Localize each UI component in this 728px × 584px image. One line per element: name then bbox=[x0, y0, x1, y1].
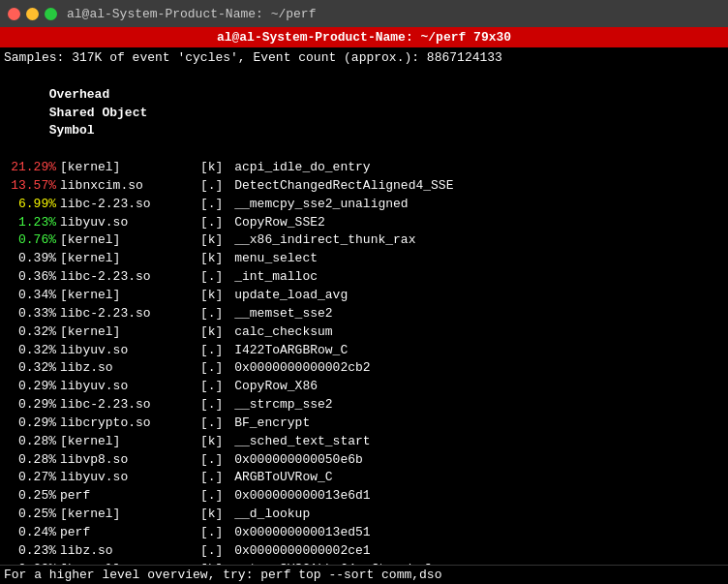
symbol-type: [.] bbox=[200, 469, 223, 487]
rows-container: 21.29%[kernel][k] acpi_idle_do_entry13.5… bbox=[4, 159, 724, 565]
shared-object-value: libc-2.23.so bbox=[60, 396, 200, 415]
shared-object-value: libz.so bbox=[60, 359, 200, 378]
overhead-value: 0.34% bbox=[4, 287, 60, 305]
overhead-value: 0.25% bbox=[4, 506, 60, 524]
window-title: al@al-System-Product-Name: ~/perf bbox=[67, 7, 316, 21]
shared-object-value: libc-2.23.so bbox=[60, 196, 200, 214]
symbol-name: 0x0000000000002cb2 bbox=[227, 359, 370, 378]
shared-object-value: [kernel] bbox=[60, 323, 200, 342]
table-row: 0.36%libc-2.23.so[.] _int_malloc bbox=[4, 268, 724, 287]
table-row: 21.29%[kernel][k] acpi_idle_do_entry bbox=[4, 159, 724, 177]
symbol-type: [.] bbox=[200, 359, 223, 378]
overhead-value: 0.39% bbox=[4, 250, 60, 268]
minimize-button[interactable] bbox=[26, 8, 39, 20]
shared-object-value: [kernel] bbox=[60, 287, 200, 305]
shared-object-value: [kernel] bbox=[60, 250, 200, 268]
symbol-name: CopyRow_X86 bbox=[227, 378, 318, 396]
symbol-type: [k] bbox=[200, 287, 223, 305]
shared-object-value: perf bbox=[60, 487, 200, 506]
table-row: 6.99%libc-2.23.so[.] __memcpy_sse2_unali… bbox=[4, 196, 724, 214]
symbol-type: [.] bbox=[200, 177, 223, 196]
overhead-value: 21.29% bbox=[4, 159, 60, 177]
symbol-type: [.] bbox=[200, 378, 223, 396]
overhead-value: 0.33% bbox=[4, 305, 60, 323]
table-row: 0.76%[kernel][k] __x86_indirect_thunk_ra… bbox=[4, 231, 724, 250]
symbol-type: [.] bbox=[200, 305, 223, 323]
shared-object-value: libyuv.so bbox=[60, 378, 200, 396]
header-shared: Shared Object bbox=[49, 105, 190, 123]
shared-object-value: perf bbox=[60, 524, 200, 542]
symbol-name: acpi_idle_do_entry bbox=[227, 159, 370, 177]
symbol-name: calc_checksum bbox=[227, 323, 332, 342]
shared-object-value: libc-2.23.so bbox=[60, 305, 200, 323]
table-row: 0.29%libcrypto.so[.] BF_encrypt bbox=[4, 415, 724, 433]
symbol-name: __sched_text_start bbox=[227, 433, 370, 451]
overhead-value: 0.32% bbox=[4, 359, 60, 378]
symbol-type: [.] bbox=[200, 451, 223, 470]
table-row: 0.27%libyuv.so[.] ARGBToUVRow_C bbox=[4, 469, 724, 487]
symbol-name: 0x000000000013e6d1 bbox=[227, 487, 370, 506]
title-bar: al@al-System-Product-Name: ~/perf bbox=[0, 0, 728, 27]
symbol-type: [.] bbox=[200, 396, 223, 415]
symbol-type: [.] bbox=[200, 342, 223, 360]
symbol-name: menu_select bbox=[227, 250, 318, 268]
symbol-name: 0x000000000013ed51 bbox=[227, 524, 370, 542]
symbol-name: __memcpy_sse2_unaligned bbox=[227, 196, 408, 214]
symbol-name: __memset_sse2 bbox=[227, 305, 332, 323]
hint-text: For a higher level overview, try: perf t… bbox=[4, 568, 441, 582]
table-row: 0.28%libvp8.so[.] 0x000000000050e6b bbox=[4, 451, 724, 470]
symbol-name: _int_malloc bbox=[227, 268, 318, 287]
close-button[interactable] bbox=[8, 8, 20, 20]
overhead-value: 6.99% bbox=[4, 196, 60, 214]
shared-object-value: libc-2.23.so bbox=[60, 268, 200, 287]
shared-object-value: libcrypto.so bbox=[60, 415, 200, 433]
symbol-type: [k] bbox=[200, 506, 223, 524]
table-row: 0.32%[kernel][k] calc_checksum bbox=[4, 323, 724, 342]
overhead-value: 0.24% bbox=[4, 524, 60, 542]
symbol-type: [k] bbox=[200, 323, 223, 342]
symbol-name: __strcmp_sse2 bbox=[227, 396, 332, 415]
terminal-title: al@al-System-Product-Name: ~/perf 79x30 bbox=[0, 27, 728, 47]
symbol-type: [.] bbox=[200, 214, 223, 232]
overhead-value: 0.76% bbox=[4, 231, 60, 250]
symbol-type: [.] bbox=[200, 196, 223, 214]
overhead-value: 13.57% bbox=[4, 177, 60, 196]
table-row: 0.25%[kernel][k] __d_lookup bbox=[4, 506, 724, 524]
header-symbol: Symbol bbox=[49, 123, 95, 138]
shared-object-value: [kernel] bbox=[60, 159, 200, 177]
symbol-type: [.] bbox=[200, 542, 223, 561]
table-row: 0.32%libz.so[.] 0x0000000000002cb2 bbox=[4, 359, 724, 378]
maximize-button[interactable] bbox=[45, 8, 57, 20]
table-row: 0.23%libz.so[.] 0x0000000000002ce1 bbox=[4, 542, 724, 561]
table-row: 0.34%[kernel][k] update_load_avg bbox=[4, 287, 724, 305]
overhead-value: 0.29% bbox=[4, 378, 60, 396]
overhead-value: 0.32% bbox=[4, 323, 60, 342]
overhead-value: 0.29% bbox=[4, 415, 60, 433]
shared-object-value: [kernel] bbox=[60, 506, 200, 524]
symbol-name: __x86_indirect_thunk_rax bbox=[227, 231, 415, 250]
window-buttons bbox=[8, 8, 57, 20]
overhead-value: 1.23% bbox=[4, 214, 60, 232]
table-row: 0.28%[kernel][k] __sched_text_start bbox=[4, 433, 724, 451]
shared-object-value: [kernel] bbox=[60, 433, 200, 451]
symbol-name: __d_lookup bbox=[227, 506, 310, 524]
overhead-value: 0.25% bbox=[4, 487, 60, 506]
symbol-name: update_load_avg bbox=[227, 287, 348, 305]
symbol-type: [.] bbox=[200, 524, 223, 542]
bottom-hint: For a higher level overview, try: perf t… bbox=[0, 565, 728, 584]
symbol-name: DetectChangedRectAligned4_SSE bbox=[227, 177, 453, 196]
shared-object-value: libz.so bbox=[60, 542, 200, 561]
symbol-name: ARGBToUVRow_C bbox=[227, 469, 332, 487]
overhead-value: 0.36% bbox=[4, 268, 60, 287]
table-row: 0.29%libyuv.so[.] CopyRow_X86 bbox=[4, 378, 724, 396]
header-overhead: Overhead bbox=[49, 86, 106, 105]
shared-object-value: libyuv.so bbox=[60, 469, 200, 487]
symbol-name: CopyRow_SSE2 bbox=[227, 214, 324, 232]
symbol-type: [k] bbox=[200, 159, 223, 177]
symbol-type: [.] bbox=[200, 487, 223, 506]
table-row: 0.29%libc-2.23.so[.] __strcmp_sse2 bbox=[4, 396, 724, 415]
terminal-body: Samples: 317K of event 'cycles', Event c… bbox=[0, 47, 728, 565]
symbol-type: [.] bbox=[200, 415, 223, 433]
overhead-value: 0.27% bbox=[4, 469, 60, 487]
overhead-value: 0.23% bbox=[4, 542, 60, 561]
